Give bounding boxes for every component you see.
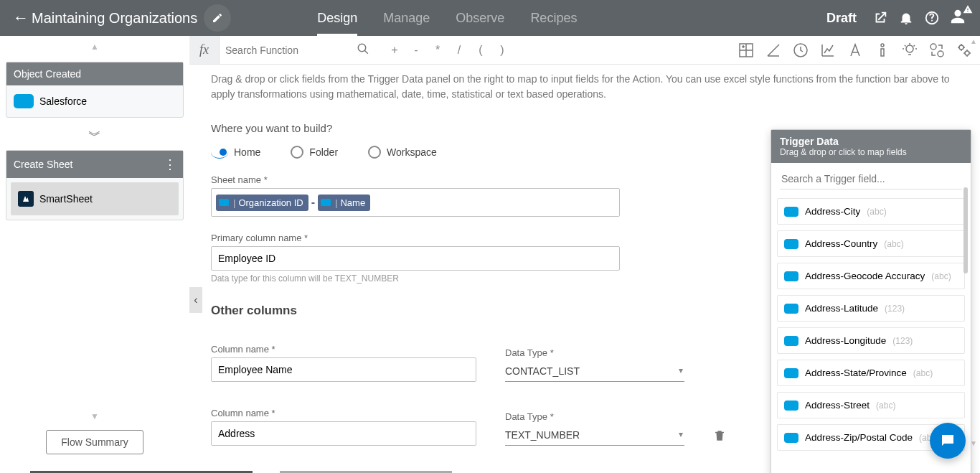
primary-column-input[interactable] xyxy=(211,246,620,271)
radio-workspace-circle xyxy=(368,146,381,159)
op-minus[interactable]: - xyxy=(405,44,427,57)
op-plus[interactable]: + xyxy=(384,44,405,57)
bell-icon[interactable] xyxy=(898,10,914,26)
status-label: Draft xyxy=(826,11,857,26)
trigger-field-type: (abc) xyxy=(884,239,903,249)
trigger-field[interactable]: Address-City(abc) xyxy=(777,198,965,225)
trigger-panel-title: Trigger Data xyxy=(780,136,962,147)
idea-icon[interactable] xyxy=(901,42,918,59)
trigger-panel-header: Trigger Data Drag & drop or click to map… xyxy=(771,130,971,163)
dash-separator: - xyxy=(311,196,315,209)
info-icon[interactable] xyxy=(874,42,891,59)
op-mult[interactable]: * xyxy=(427,44,448,57)
col0-type-select[interactable]: CONTACT_LIST xyxy=(505,361,684,382)
action-menu-icon[interactable]: ⋮ xyxy=(164,156,176,172)
tab-manage[interactable]: Manage xyxy=(383,0,430,36)
trigger-field-name: Address-Longitude xyxy=(805,335,886,346)
sheet-name-input[interactable]: |Organization ID - |Name xyxy=(211,188,620,217)
col1-type-select[interactable]: TEXT_NUMBER xyxy=(505,425,684,446)
action-panel-header: Create Sheet ⋮ xyxy=(6,151,183,178)
delete-column-button[interactable] xyxy=(713,429,727,446)
trigger-field-type: (abc) xyxy=(913,368,933,378)
svg-rect-8 xyxy=(881,49,884,56)
col0-type-label: Data Type * xyxy=(505,347,684,358)
chat-button[interactable] xyxy=(930,423,966,459)
operator-buttons: + - * / ( ) xyxy=(384,44,513,57)
trigger-field-name: Address-Zip/Postal Code xyxy=(805,432,913,443)
trigger-field-name: Address-Country xyxy=(805,238,877,249)
action-panel-card[interactable]: Create Sheet ⋮ SmartSheet xyxy=(6,150,184,220)
trigger-field[interactable]: Address-Latitude(123) xyxy=(777,295,965,322)
radio-workspace-label: Workspace xyxy=(387,146,437,158)
op-rparen[interactable]: ) xyxy=(491,44,513,57)
convert-icon[interactable] xyxy=(928,42,946,59)
page-scroll-down-icon[interactable]: ▼ xyxy=(970,439,977,447)
math-icon[interactable] xyxy=(738,42,755,59)
trigger-panel-card[interactable]: Object Created Salesforce xyxy=(6,62,184,118)
chat-icon xyxy=(939,432,956,449)
page-scroll-up-icon[interactable]: ▲ xyxy=(970,37,977,45)
sidebar-scroll-up-icon[interactable]: ▲ xyxy=(90,42,99,52)
trigger-app-row[interactable]: Salesforce xyxy=(6,85,183,117)
edit-title-button[interactable] xyxy=(204,4,231,32)
clock-icon[interactable] xyxy=(792,42,809,59)
trigger-data-panel: Trigger Data Drag & drop or click to map… xyxy=(771,129,971,473)
tabs: Design Manage Observe Recipes xyxy=(317,0,577,36)
tag-organization-id[interactable]: |Organization ID xyxy=(216,195,308,211)
angle-icon[interactable] xyxy=(765,42,782,59)
salesforce-icon xyxy=(784,304,798,314)
sidebar-scroll-down-icon[interactable]: ▼ xyxy=(90,411,99,421)
col1-name-label: Column name * xyxy=(211,408,476,418)
tab-recipes[interactable]: Recipes xyxy=(530,0,577,36)
trigger-panel-header: Object Created xyxy=(6,62,183,85)
page-scrollbar[interactable]: ▲ ▼ xyxy=(969,37,979,473)
radio-workspace[interactable]: Workspace xyxy=(368,146,437,159)
trigger-field[interactable]: Address-State/Province(abc) xyxy=(777,360,965,386)
header-actions: Draft xyxy=(826,9,980,27)
help-icon[interactable] xyxy=(924,10,940,26)
trigger-field-type: (123) xyxy=(885,304,905,314)
radio-folder-label: Folder xyxy=(309,146,338,158)
font-icon[interactable] xyxy=(847,42,864,59)
col1-name-input[interactable] xyxy=(211,421,476,446)
external-link-icon[interactable] xyxy=(872,10,888,26)
radio-folder[interactable]: Folder xyxy=(291,146,338,159)
col0-name-input[interactable] xyxy=(211,357,476,382)
search-icon[interactable] xyxy=(357,42,378,58)
salesforce-icon xyxy=(14,94,34,108)
flow-summary-button[interactable]: Flow Summary xyxy=(46,430,143,454)
radio-home[interactable]: Home xyxy=(211,146,260,159)
radio-home-circle xyxy=(211,146,228,159)
trigger-field[interactable]: Address-Street(abc) xyxy=(777,392,965,418)
avatar[interactable] xyxy=(950,9,966,27)
trigger-field-name: Address-Latitude xyxy=(805,303,878,314)
action-app-row[interactable]: SmartSheet xyxy=(11,182,179,215)
trigger-scrollbar[interactable] xyxy=(963,187,968,273)
function-search-input[interactable] xyxy=(220,36,357,64)
tag-name[interactable]: |Name xyxy=(318,195,370,211)
salesforce-icon xyxy=(784,433,798,443)
trigger-field-type: (123) xyxy=(892,336,913,346)
trigger-field-name: Address-State/Province xyxy=(805,367,907,378)
trigger-search-input[interactable] xyxy=(780,169,962,189)
tab-design[interactable]: Design xyxy=(317,0,357,36)
trigger-field[interactable]: Address-Country(abc) xyxy=(777,230,965,257)
svg-point-11 xyxy=(930,44,936,50)
tag-org-id-label: Organization ID xyxy=(238,197,303,208)
trigger-field[interactable]: Address-Geocode Accuracy(abc) xyxy=(777,263,965,289)
back-arrow-icon[interactable]: ← xyxy=(13,9,27,27)
trigger-field-name: Address-Geocode Accuracy xyxy=(805,271,925,281)
trigger-field[interactable]: Address-Longitude(123) xyxy=(777,327,965,354)
radio-folder-circle xyxy=(291,146,303,159)
fx-icon: fx xyxy=(189,36,220,64)
pencil-icon xyxy=(212,12,223,24)
trigger-panel-subtitle: Drag & drop or click to map fields xyxy=(780,147,962,157)
tag-name-label: Name xyxy=(340,197,365,208)
salesforce-icon xyxy=(784,239,798,249)
chart-icon[interactable] xyxy=(819,42,837,59)
tab-observe[interactable]: Observe xyxy=(456,0,504,36)
function-bar: fx + - * / ( ) xyxy=(189,36,980,65)
op-lparen[interactable]: ( xyxy=(470,44,491,57)
help-text: Drag & drop or click fields from the Tri… xyxy=(211,72,958,102)
op-div[interactable]: / xyxy=(448,44,470,57)
